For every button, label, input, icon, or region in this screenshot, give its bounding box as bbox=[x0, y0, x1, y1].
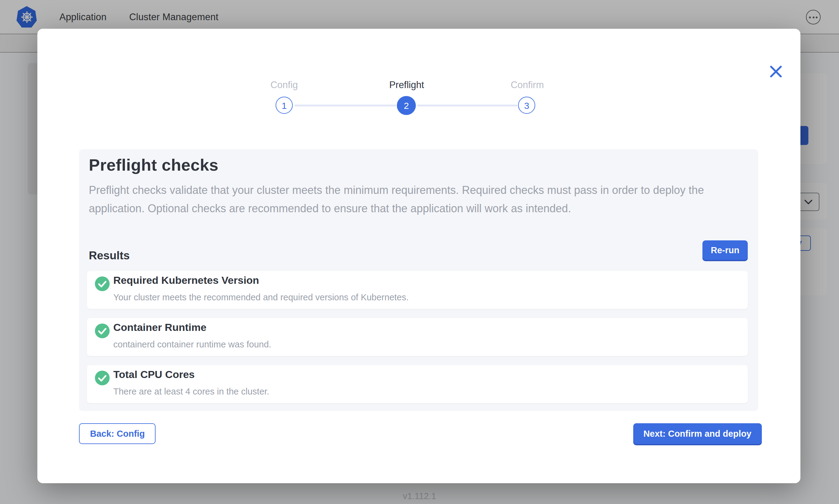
check-circle-icon bbox=[95, 371, 109, 385]
check-result-card: Required Kubernetes Version Your cluster… bbox=[87, 271, 748, 309]
rerun-button[interactable]: Re-run bbox=[702, 240, 748, 260]
check-title: Required Kubernetes Version bbox=[113, 275, 259, 287]
stepper-connector bbox=[295, 105, 396, 106]
screen: Application Cluster Management 0 y v1.11… bbox=[0, 0, 839, 504]
check-description: containerd container runtime was found. bbox=[113, 340, 271, 349]
check-title: Total CPU Cores bbox=[113, 369, 195, 381]
check-description: There are at least 4 cores in the cluste… bbox=[113, 386, 269, 396]
preflight-modal: Config Preflight Confirm 1 2 3 Preflight… bbox=[37, 29, 801, 483]
check-circle-icon bbox=[95, 324, 109, 338]
step-label-preflight: Preflight bbox=[358, 79, 456, 91]
check-description: Your cluster meets the recommended and r… bbox=[113, 292, 409, 302]
check-circle-icon bbox=[95, 276, 109, 291]
back-button[interactable]: Back: Config bbox=[79, 423, 156, 444]
step-circle-config[interactable]: 1 bbox=[276, 97, 293, 114]
preflight-description: Preflight checks validate that your clus… bbox=[89, 181, 739, 218]
preflight-panel: Preflight checks Preflight checks valida… bbox=[79, 149, 758, 411]
check-result-card: Container Runtime containerd container r… bbox=[87, 318, 748, 356]
step-circle-confirm[interactable]: 3 bbox=[518, 97, 535, 114]
check-title: Container Runtime bbox=[113, 322, 206, 334]
step-circle-preflight[interactable]: 2 bbox=[397, 96, 416, 115]
results-heading: Results bbox=[89, 249, 130, 263]
page-title: Preflight checks bbox=[89, 156, 219, 175]
step-label-config: Config bbox=[235, 79, 333, 91]
step-label-confirm: Confirm bbox=[478, 79, 576, 91]
close-icon[interactable] bbox=[769, 64, 783, 79]
next-button[interactable]: Next: Confirm and deploy bbox=[633, 423, 762, 444]
stepper-connector bbox=[417, 105, 517, 106]
check-result-card: Total CPU Cores There are at least 4 cor… bbox=[87, 365, 748, 403]
